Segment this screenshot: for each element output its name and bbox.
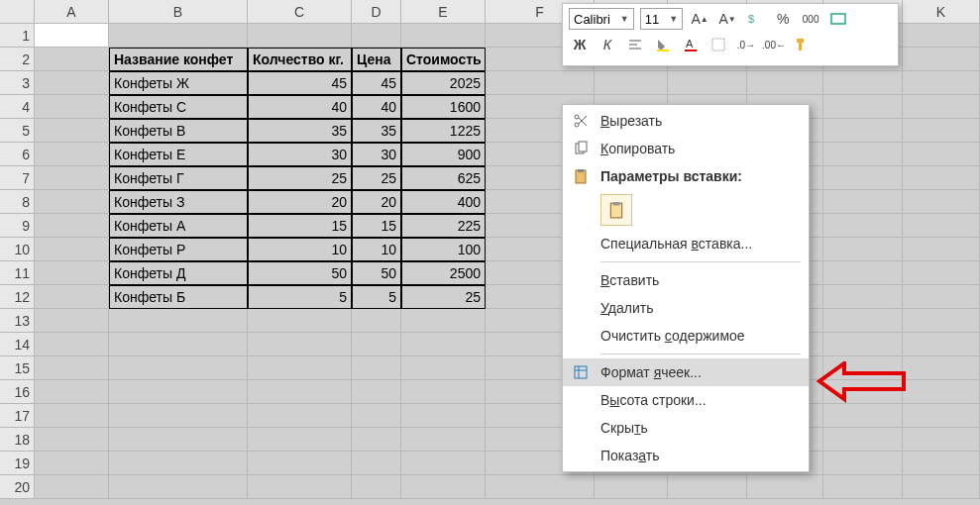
table-cell[interactable]: 1225	[401, 119, 486, 143]
table-cell[interactable]: 20	[352, 190, 401, 214]
cell[interactable]	[903, 71, 980, 95]
cell[interactable]	[352, 428, 401, 452]
cell[interactable]	[823, 71, 903, 95]
cell[interactable]	[248, 428, 352, 452]
table-cell[interactable]: 25	[401, 285, 486, 309]
cell[interactable]	[248, 356, 352, 380]
table-cell[interactable]: 40	[352, 95, 401, 119]
cell[interactable]	[823, 190, 903, 214]
table-cell[interactable]: 900	[401, 143, 486, 166]
cell[interactable]	[903, 143, 980, 166]
table-cell[interactable]: 1600	[401, 95, 486, 119]
font-size-select[interactable]: 11▼	[640, 8, 683, 30]
cell[interactable]	[352, 356, 401, 380]
col-C[interactable]: C	[248, 0, 352, 24]
italic-button[interactable]: К	[597, 34, 618, 55]
col-B[interactable]: B	[109, 0, 248, 24]
cell[interactable]	[248, 404, 352, 428]
cell[interactable]	[486, 71, 595, 95]
cell[interactable]	[903, 475, 980, 499]
cell[interactable]	[352, 404, 401, 428]
cell[interactable]	[401, 309, 486, 333]
cell[interactable]	[903, 95, 980, 119]
table-cell[interactable]: 25	[248, 166, 352, 190]
thousands-separator-icon[interactable]: 000	[800, 8, 821, 30]
table-cell[interactable]: Конфеты А	[109, 214, 248, 238]
cell[interactable]	[248, 452, 352, 475]
cell[interactable]	[109, 24, 248, 48]
cell[interactable]	[903, 285, 980, 309]
corner-cell[interactable]	[0, 0, 35, 24]
cell[interactable]	[248, 380, 352, 404]
table-cell[interactable]: 15	[248, 214, 352, 238]
menu-paste-special[interactable]: Специальная вставка...	[563, 230, 809, 257]
cell[interactable]	[401, 356, 486, 380]
align-icon[interactable]	[624, 34, 646, 55]
cell[interactable]	[401, 333, 486, 356]
cell[interactable]	[903, 452, 980, 475]
row-17-header[interactable]: 17	[0, 404, 35, 428]
table-cell[interactable]: 2025	[401, 71, 486, 95]
cell[interactable]	[109, 428, 248, 452]
table-cell[interactable]: 225	[401, 214, 486, 238]
cell[interactable]	[823, 309, 903, 333]
cell[interactable]	[109, 356, 248, 380]
cell[interactable]	[903, 404, 980, 428]
row-12-header[interactable]: 12	[0, 285, 35, 309]
cell[interactable]	[352, 475, 401, 499]
cell[interactable]	[903, 356, 980, 380]
cell[interactable]	[401, 404, 486, 428]
cell[interactable]	[109, 475, 248, 499]
cell[interactable]	[35, 119, 109, 143]
font-color-icon[interactable]: A	[680, 34, 702, 55]
menu-show[interactable]: Показать	[563, 442, 809, 469]
row-14-header[interactable]: 14	[0, 333, 35, 356]
cell[interactable]	[903, 309, 980, 333]
table-cell[interactable]: 100	[401, 238, 486, 261]
table-cell[interactable]: 50	[352, 261, 401, 285]
table-cell[interactable]: Конфеты Г	[109, 166, 248, 190]
cell[interactable]	[35, 452, 109, 475]
cell[interactable]	[595, 475, 668, 499]
col-A[interactable]: A	[35, 0, 109, 24]
cell[interactable]	[823, 452, 903, 475]
menu-clear-contents[interactable]: Очистить содержимое	[563, 322, 809, 350]
cell[interactable]	[35, 428, 109, 452]
cell[interactable]	[903, 119, 980, 143]
cell[interactable]	[903, 214, 980, 238]
menu-delete[interactable]: Удалить	[563, 294, 809, 322]
cell[interactable]	[248, 333, 352, 356]
col-E[interactable]: E	[401, 0, 486, 24]
cell[interactable]	[352, 333, 401, 356]
cell[interactable]	[35, 143, 109, 166]
row-6-header[interactable]: 6	[0, 143, 35, 166]
col-D[interactable]: D	[352, 0, 401, 24]
menu-insert[interactable]: Вставить	[563, 266, 809, 294]
table-cell[interactable]: Конфеты Д	[109, 261, 248, 285]
table-cell[interactable]: Конфеты Ж	[109, 71, 248, 95]
decrease-decimal-icon[interactable]: .00←	[763, 34, 785, 55]
increase-decimal-icon[interactable]: .0→	[735, 34, 757, 55]
table-cell[interactable]: 10	[248, 238, 352, 261]
cell[interactable]	[903, 166, 980, 190]
cell[interactable]	[35, 71, 109, 95]
cell[interactable]	[903, 261, 980, 285]
bold-button[interactable]: Ж	[569, 34, 591, 55]
cell[interactable]	[823, 333, 903, 356]
table-cell[interactable]: 400	[401, 190, 486, 214]
table-header[interactable]: Цена	[352, 48, 401, 71]
cell[interactable]	[35, 48, 109, 71]
table-cell[interactable]: 35	[248, 119, 352, 143]
cell[interactable]	[401, 475, 486, 499]
cell-A1-active[interactable]	[35, 24, 109, 48]
table-cell[interactable]: Конфеты З	[109, 190, 248, 214]
cell[interactable]	[823, 475, 903, 499]
cell[interactable]	[486, 475, 595, 499]
font-family-select[interactable]: Calibri▼	[569, 8, 634, 30]
cell[interactable]	[35, 356, 109, 380]
cell[interactable]	[248, 309, 352, 333]
menu-format-cells[interactable]: Формат ячеек...	[563, 358, 809, 386]
row-1-header[interactable]: 1	[0, 24, 35, 48]
table-cell[interactable]: 5	[248, 285, 352, 309]
row-13-header[interactable]: 13	[0, 309, 35, 333]
